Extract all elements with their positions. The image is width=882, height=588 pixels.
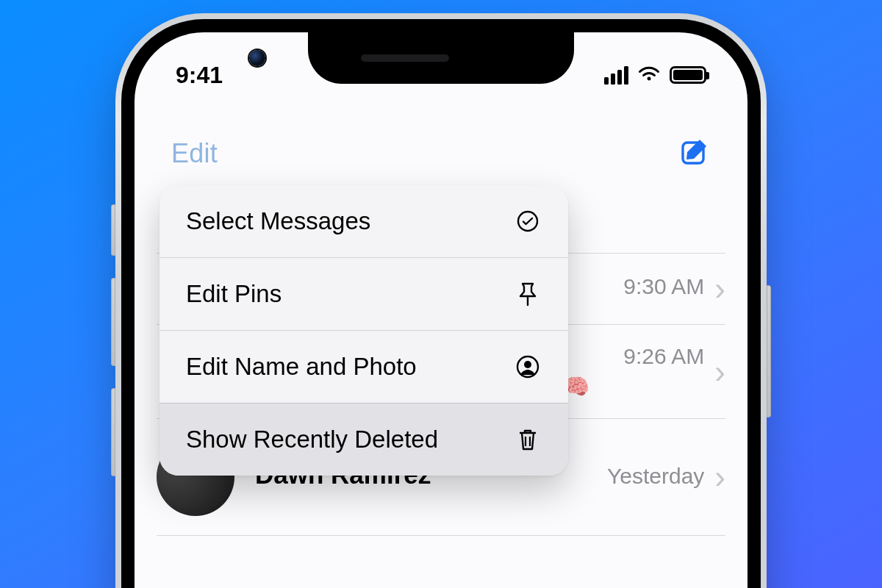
- edit-button[interactable]: Edit: [171, 138, 218, 169]
- side-button: [111, 204, 115, 256]
- battery-icon: [670, 66, 706, 84]
- wifi-icon: [637, 62, 661, 89]
- screen: 9:41 Edit: [135, 32, 747, 588]
- front-camera: [249, 50, 265, 66]
- menu-item-edit-pins[interactable]: Edit Pins: [159, 257, 568, 330]
- device-notch: [308, 32, 574, 84]
- edit-menu: Select Messages Edit Pins Edit Name and …: [159, 185, 568, 476]
- menu-item-label: Edit Pins: [186, 280, 282, 308]
- side-button: [111, 388, 115, 476]
- device-frame: 9:41 Edit: [115, 13, 767, 588]
- status-time: 9:41: [176, 62, 223, 89]
- side-button: [767, 285, 771, 417]
- chevron-right-icon: ›: [714, 461, 725, 493]
- menu-item-show-recently-deleted[interactable]: Show Recently Deleted: [159, 403, 568, 476]
- chevron-right-icon: ›: [714, 356, 725, 388]
- pin-icon: [514, 282, 542, 306]
- menu-item-edit-name-photo[interactable]: Edit Name and Photo: [159, 330, 568, 403]
- device-bezel: 9:41 Edit: [121, 19, 761, 588]
- menu-item-label: Edit Name and Photo: [186, 353, 417, 381]
- chevron-right-icon: ›: [714, 273, 725, 305]
- cellular-signal-icon: [604, 66, 628, 85]
- compose-button[interactable]: [680, 137, 711, 171]
- side-button: [111, 278, 115, 366]
- earpiece-speaker: [361, 54, 449, 62]
- menu-item-select-messages[interactable]: Select Messages: [159, 185, 568, 257]
- check-circle-icon: [514, 209, 542, 233]
- person-circle-icon: [514, 355, 542, 379]
- conversation-time: Yesterday: [607, 464, 704, 489]
- menu-item-label: Select Messages: [186, 207, 370, 235]
- nav-bar: Edit: [135, 128, 747, 179]
- menu-item-label: Show Recently Deleted: [186, 426, 438, 453]
- trash-icon: [514, 427, 542, 452]
- svg-point-4: [524, 361, 531, 368]
- conversation-time: 9:30 AM: [623, 274, 704, 299]
- conversation-time: 9:26 AM: [623, 344, 704, 369]
- compose-icon: [680, 137, 711, 168]
